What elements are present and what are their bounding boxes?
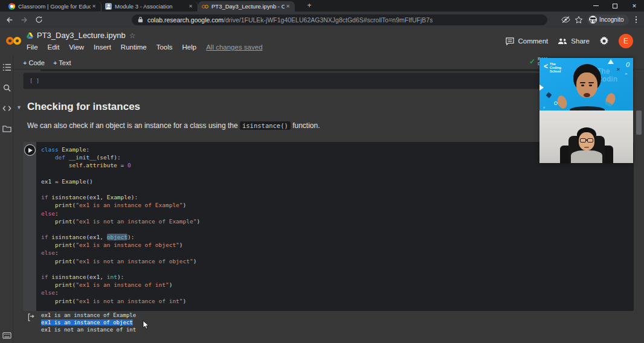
decor-x-icon: × [617, 66, 620, 72]
star-notebook-icon[interactable]: ☆ [129, 31, 136, 40]
address-bar[interactable]: colab.research.google.com/drive/1FULEk-j… [132, 14, 547, 25]
code-line[interactable]: else: [41, 249, 634, 257]
code-line[interactable] [41, 185, 634, 193]
code-editor[interactable]: class Example: def __init__(self): self.… [36, 142, 634, 311]
code-token: "ex1 is an instance of object" [76, 242, 179, 248]
code-token: else [41, 249, 55, 256]
menu-help[interactable]: Help [182, 43, 197, 51]
code-line[interactable] [41, 225, 634, 233]
code-line[interactable]: print("ex1 is not an instance of int") [41, 297, 634, 305]
tab-close-icon[interactable]: ✕ [91, 4, 97, 9]
code-line[interactable]: ex1 = Example() [41, 178, 634, 185]
window-close-button[interactable]: ✕ [625, 0, 644, 11]
account-avatar[interactable]: E [619, 34, 633, 48]
coding-school-logo: < The Coding School [544, 62, 561, 73]
window-minimize-button[interactable] [586, 0, 605, 11]
window-maximize-button[interactable] [605, 0, 625, 11]
code-token: self.attribute [69, 162, 117, 168]
run-cell-button[interactable] [24, 144, 36, 156]
code-line[interactable]: print("ex1 is an instance of object") [41, 241, 634, 249]
settings-gear-icon[interactable] [599, 36, 609, 46]
code-token: (ex1, [86, 234, 106, 240]
student-mouth [584, 147, 589, 148]
code-token [41, 162, 69, 168]
share-button[interactable]: Share [558, 37, 590, 45]
notebook-filename[interactable]: PT3_Day3_Lecture.ipynb [37, 31, 126, 40]
code-line[interactable]: if isinstance(ex1, Example): [41, 193, 634, 201]
connected-check-icon: ✓ [529, 57, 535, 66]
colab-favicon-icon [202, 3, 208, 10]
bookmark-star-icon[interactable] [575, 16, 583, 24]
sidebar-code-icon[interactable] [2, 104, 11, 113]
browser-menu-button[interactable] [633, 16, 640, 24]
menu-view[interactable]: View [69, 43, 84, 51]
menu-tools[interactable]: Tools [156, 43, 173, 51]
code-line[interactable]: print("ex1 is not an instance of object"… [41, 257, 634, 265]
video-call-overlay[interactable]: < The Coding School The Codin 〃 × 0 ⌃ [539, 58, 633, 163]
output-line: ex1 is an instance of object [41, 319, 136, 327]
description-text-suffix: function. [291, 121, 320, 130]
code-line[interactable]: else: [41, 210, 634, 217]
student-video[interactable] [539, 111, 633, 163]
tab-close-icon[interactable]: ✕ [285, 4, 291, 9]
code-token: Example [62, 178, 86, 185]
code-token: "ex1 is not an instance of object" [76, 258, 193, 264]
add-text-button[interactable]: + Text [50, 57, 74, 68]
browser-tab[interactable]: Module 3 - Association✕ [101, 1, 198, 11]
code-token [41, 298, 55, 304]
save-status[interactable]: All changes saved [206, 43, 262, 51]
code-token: class [41, 146, 62, 153]
code-token: ) [183, 202, 187, 208]
comment-button[interactable]: Comment [506, 37, 548, 45]
code-cell[interactable]: class Example: def __init__(self): self.… [23, 142, 634, 311]
code-token [41, 242, 55, 248]
drive-icon [27, 33, 33, 39]
menu-insert[interactable]: Insert [94, 43, 111, 51]
url-text: colab.research.google.com/drive/1FULEk-j… [147, 16, 433, 24]
code-token: ): [117, 274, 124, 280]
left-sidebar [0, 56, 13, 343]
menu-edit[interactable]: Edit [48, 43, 60, 51]
code-line[interactable]: print("ex1 is not an instance of Example… [41, 217, 634, 225]
inline-code: isinstance() [240, 121, 291, 130]
browser-window: Classroom | Google for Educatio✕Module 3… [0, 0, 644, 343]
code-line[interactable]: if isinstance(ex1, object): [41, 233, 634, 241]
new-tab-button[interactable]: + [304, 1, 314, 11]
code-line[interactable] [41, 170, 634, 178]
instructor-video[interactable]: < The Coding School The Codin 〃 × 0 ⌃ [539, 58, 633, 111]
browser-tab[interactable]: PT3_Day3_Lecture.ipynb - Colab✕ [198, 1, 295, 11]
incognito-label: Incognito [599, 16, 624, 23]
code-line[interactable] [41, 265, 634, 273]
code-token: : [55, 289, 59, 296]
code-token: Example [62, 146, 86, 153]
scrollbar-thumb[interactable] [636, 111, 642, 135]
logo-mark: < [544, 62, 548, 73]
add-code-button[interactable]: + Code [19, 57, 48, 68]
decor-zero-icon: 0 [626, 61, 630, 68]
code-line[interactable]: if isinstance(ex1, int): [41, 273, 634, 281]
code-line[interactable]: print("ex1 is an instance of Example") [41, 201, 634, 209]
back-button[interactable] [2, 13, 17, 27]
sidebar-search-icon[interactable] [2, 83, 11, 92]
section-heading[interactable]: Checking for instances [27, 101, 140, 113]
code-token: ): [114, 154, 120, 161]
cell-gutter [23, 142, 36, 311]
browser-tab[interactable]: Classroom | Google for Educatio✕ [5, 1, 101, 11]
code-token: ) [193, 258, 197, 264]
menu-runtime[interactable]: Runtime [121, 43, 147, 51]
sidebar-terminal-icon[interactable] [2, 331, 11, 340]
sidebar-toc-icon[interactable] [2, 63, 11, 72]
decor-diamond-icon [546, 92, 552, 98]
menu-file[interactable]: File [27, 43, 38, 51]
forward-button[interactable] [17, 13, 31, 27]
sidebar-folder-icon[interactable] [2, 124, 11, 133]
code-token: ) [196, 218, 200, 225]
code-line[interactable]: print("ex1 is an instance of int") [41, 281, 634, 289]
code-line[interactable]: else: [41, 289, 634, 297]
back-arrow-icon [5, 16, 14, 24]
tab-close-icon[interactable]: ✕ [187, 4, 194, 9]
reload-button[interactable] [31, 13, 46, 27]
eye-off-icon[interactable] [561, 16, 570, 24]
code-token: print [55, 281, 72, 288]
section-collapse-arrow-icon[interactable]: ▼ [16, 104, 22, 111]
